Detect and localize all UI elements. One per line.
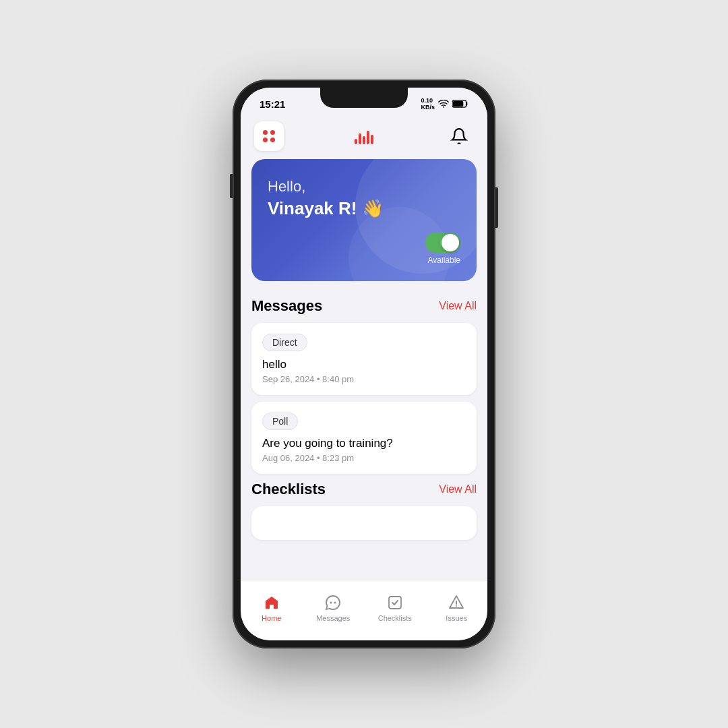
svg-rect-5 — [389, 597, 401, 609]
availability-toggle-row: Available — [268, 233, 460, 265]
message-tag-direct: Direct — [262, 334, 307, 351]
grid-menu-button[interactable] — [254, 121, 284, 151]
status-time: 15:21 — [260, 98, 285, 110]
notch — [320, 88, 408, 108]
data-indicator: 0.10KB/s — [421, 97, 435, 111]
checklist-card-partial — [251, 506, 477, 540]
phone-frame: 15:21 0.10KB/s — [233, 80, 495, 648]
tab-bar: Home Messages — [241, 580, 487, 640]
tab-home-label: Home — [262, 614, 281, 622]
tab-home[interactable]: Home — [241, 580, 303, 630]
messages-view-all-button[interactable]: View All — [439, 300, 477, 312]
tab-messages-label: Messages — [316, 614, 350, 622]
messages-tab-icon — [324, 594, 342, 611]
svg-point-4 — [334, 601, 336, 603]
checklists-title: Checklists — [251, 481, 326, 498]
checklists-section-header: Checklists View All — [251, 481, 477, 498]
tab-checklists-label: Checklists — [378, 614, 412, 622]
svg-point-3 — [330, 601, 332, 603]
tab-messages[interactable]: Messages — [303, 580, 365, 630]
issues-tab-icon — [448, 594, 465, 611]
toggle-knob — [442, 234, 459, 251]
status-icons: 0.10KB/s — [421, 97, 468, 111]
message-time-2: Aug 06, 2024 • 8:23 pm — [262, 453, 466, 463]
grid-dots-icon — [263, 130, 275, 142]
tab-issues[interactable]: Issues — [426, 580, 488, 630]
svg-point-7 — [456, 605, 457, 607]
messages-title: Messages — [251, 297, 322, 315]
tab-issues-label: Issues — [446, 614, 467, 622]
hero-name: Vinayak R! 👋 — [268, 198, 460, 219]
svg-rect-2 — [453, 101, 463, 107]
message-card-1[interactable]: Direct hello Sep 26, 2024 • 8:40 pm — [251, 323, 477, 395]
battery-icon — [452, 100, 468, 108]
toggle-label: Available — [428, 255, 460, 265]
home-icon — [263, 594, 280, 611]
messages-section-header: Messages View All — [251, 297, 477, 315]
hero-card: Hello, Vinayak R! 👋 Available — [251, 159, 477, 281]
message-time-1: Sep 26, 2024 • 8:40 pm — [262, 374, 466, 384]
message-text-1: hello — [262, 358, 466, 371]
logo-bars-icon — [355, 128, 373, 144]
wifi-icon — [438, 100, 449, 108]
message-tag-poll: Poll — [262, 413, 298, 430]
phone-screen: 15:21 0.10KB/s — [241, 88, 487, 640]
checklists-view-all-button[interactable]: View All — [439, 483, 477, 495]
app-logo — [355, 128, 373, 144]
notification-button[interactable] — [444, 121, 474, 151]
checklists-tab-icon — [386, 594, 404, 611]
hero-greeting: Hello, — [268, 178, 460, 195]
bell-icon — [450, 127, 468, 145]
message-card-2[interactable]: Poll Are you going to training? Aug 06, … — [251, 402, 477, 474]
tab-checklists[interactable]: Checklists — [364, 580, 426, 630]
availability-toggle[interactable] — [425, 233, 460, 253]
scroll-content[interactable]: Hello, Vinayak R! 👋 Available Messages V… — [241, 159, 487, 577]
app-header — [241, 116, 487, 159]
message-text-2: Are you going to training? — [262, 437, 466, 450]
svg-point-0 — [443, 107, 444, 108]
